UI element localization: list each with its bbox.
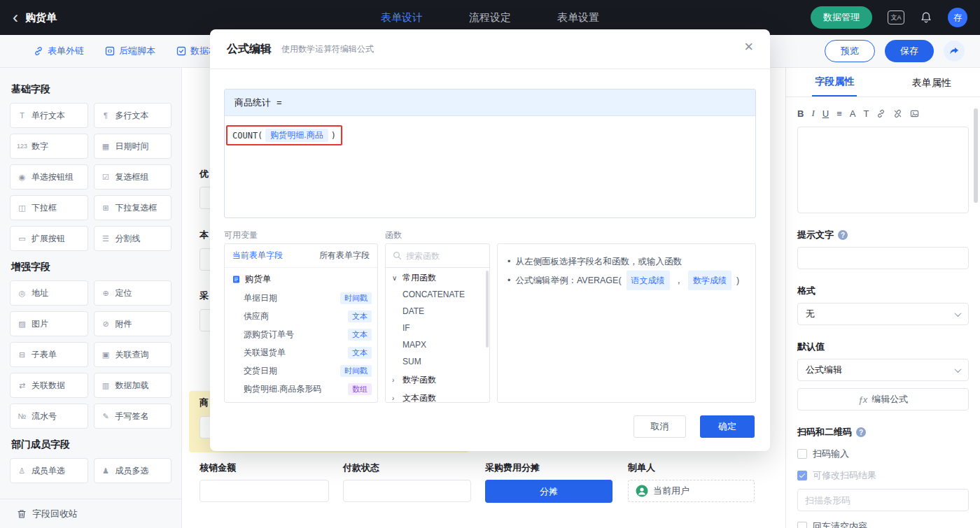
cancel-button[interactable]: 取消	[634, 415, 686, 438]
form-designer-app: ‹ 购货单 表单设计 流程设定 表单设置 数据管理 文A 存 表单外链 后端脚本	[0, 0, 980, 528]
scrollbar-thumb[interactable]	[974, 108, 978, 203]
variable-field-row[interactable]: 关联退货单文本	[225, 343, 377, 362]
field-btn-select[interactable]: ◫下拉框	[10, 195, 88, 220]
writeoff-amount-input[interactable]	[200, 480, 329, 502]
checkbox-label: 可修改扫码结果	[813, 469, 876, 482]
notification-bell-icon[interactable]	[920, 11, 932, 24]
field-btn-data-load[interactable]: ▥数据加载	[94, 373, 172, 398]
scan-barcode-input[interactable]	[797, 489, 969, 511]
back-icon[interactable]: ‹	[13, 10, 18, 24]
italic-icon[interactable]: I	[811, 108, 814, 119]
function-search[interactable]	[386, 244, 489, 268]
share-button[interactable]	[944, 41, 965, 62]
field-btn-location[interactable]: ⊕定位	[94, 280, 172, 306]
edit-formula-label: 编辑公式	[872, 393, 908, 406]
tab-field-properties[interactable]: 字段属性	[786, 68, 883, 97]
field-btn-divider[interactable]: ☰分割线	[94, 226, 172, 251]
field-btn-number[interactable]: 123数字	[10, 134, 88, 159]
format-value: 无	[806, 308, 815, 320]
field-btn-extend-button[interactable]: ▭扩展按钮	[10, 226, 88, 251]
properties-panel: 字段属性 表单属性 B I U ≡ A T 提示文字? 格式 无 默认值 公式编…	[785, 68, 980, 528]
formula-input-area[interactable]: 商品统计 = COUNT( 购货明细.商品 )	[224, 89, 756, 218]
function-item[interactable]: CONCATENATE	[386, 286, 489, 303]
field-btn-radio-group[interactable]: ◉单选按钮组	[10, 164, 88, 190]
allocate-button[interactable]: 分摊	[485, 480, 612, 503]
insert-link-icon[interactable]	[876, 109, 886, 118]
function-item[interactable]: MAPX	[386, 336, 489, 353]
data-manage-button[interactable]: 数据管理	[811, 6, 872, 29]
field-title-editor[interactable]	[797, 127, 969, 213]
edit-formula-button[interactable]: ƒx编辑公式	[797, 388, 969, 411]
field-btn-subform[interactable]: ⊟子表单	[10, 342, 88, 367]
function-group-text[interactable]: ›文本函数	[386, 390, 489, 403]
font-size-icon[interactable]: T	[863, 108, 869, 119]
field-btn-linked-query[interactable]: ▣关联查询	[94, 342, 172, 367]
field-btn-image[interactable]: ▨图片	[10, 311, 88, 336]
variable-field-row[interactable]: 供应商文本	[225, 307, 377, 325]
close-icon[interactable]: ×	[744, 39, 753, 55]
function-item[interactable]: IF	[386, 320, 489, 336]
tab-label: 表单属性	[909, 77, 954, 97]
field-btn-signature[interactable]: ✎手写签名	[94, 404, 172, 429]
underline-icon[interactable]: U	[822, 108, 829, 119]
function-group-common[interactable]: ∨常用函数	[386, 269, 489, 286]
variables-tree-root[interactable]: 购货单	[225, 269, 377, 289]
function-item[interactable]: DATE	[386, 303, 489, 320]
scan-input-checkbox[interactable]: 扫码输入	[797, 448, 969, 460]
field-btn-member-single[interactable]: ♙成员单选	[10, 458, 88, 483]
variable-field-row[interactable]: 购货明细.商品条形码数组	[225, 380, 377, 398]
align-icon[interactable]: ≡	[836, 108, 842, 119]
formula-field-tag[interactable]: 购货明细.商品	[265, 129, 328, 142]
function-search-input[interactable]	[406, 251, 476, 261]
field-btn-single-text[interactable]: T单行文本	[10, 103, 88, 128]
checkbox-label: 扫码输入	[813, 448, 849, 460]
payment-status-input[interactable]	[343, 480, 471, 502]
creator-current-user[interactable]: 当前用户	[628, 480, 755, 502]
variable-field-row[interactable]: 源购货订单号文本	[225, 325, 377, 343]
help-icon[interactable]: ?	[838, 230, 848, 240]
field-btn-attachment[interactable]: ⊘附件	[94, 311, 172, 336]
field-btn-datetime[interactable]: ▦日期时间	[94, 134, 172, 159]
backend-script-button[interactable]: 后端脚本	[105, 45, 155, 57]
field-btn-label: 多行文本	[115, 110, 149, 122]
help-icon[interactable]: ?	[856, 427, 866, 437]
avatar[interactable]: 存	[948, 8, 967, 27]
field-btn-address[interactable]: ◎地址	[10, 280, 88, 306]
variable-field-row[interactable]: 单据日期时间戳	[225, 289, 377, 307]
external-link-button[interactable]: 表单外链	[34, 45, 84, 57]
save-button[interactable]: 保存	[885, 40, 934, 62]
field-btn-multi-select[interactable]: ⊞下拉复选框	[94, 195, 172, 220]
enter-clear-checkbox[interactable]: 回车清空内容	[797, 520, 969, 528]
scrollbar-thumb[interactable]	[486, 271, 489, 348]
tab-form-design[interactable]: 表单设计	[381, 11, 423, 24]
field-recycle-bin[interactable]: 字段回收站	[0, 499, 181, 528]
bold-icon[interactable]: B	[797, 108, 804, 119]
field-btn-checkbox-group[interactable]: ☑复选框组	[94, 164, 172, 190]
tab-all-form-fields[interactable]: 所有表单字段	[319, 250, 370, 262]
function-group-math[interactable]: ›数学函数	[386, 371, 489, 388]
function-item[interactable]: SUM	[386, 353, 489, 370]
hint-text-input[interactable]	[797, 247, 969, 269]
field-btn-linked-data[interactable]: ⇄关联数据	[10, 373, 88, 398]
field-btn-member-multi[interactable]: ♟成员多选	[94, 458, 172, 483]
confirm-button[interactable]: 确定	[700, 415, 755, 438]
type-badge: 时间戳	[340, 365, 372, 377]
tab-form-properties[interactable]: 表单属性	[883, 68, 980, 97]
backend-script-label: 后端脚本	[119, 45, 155, 57]
font-color-icon[interactable]: A	[850, 108, 856, 119]
remove-link-icon[interactable]	[893, 109, 902, 118]
tab-form-settings[interactable]: 表单设置	[557, 11, 599, 24]
format-select[interactable]: 无	[797, 303, 969, 325]
scan-modify-checkbox[interactable]: 可修改扫码结果	[797, 469, 969, 482]
tab-process-settings[interactable]: 流程设定	[469, 11, 511, 24]
translate-icon[interactable]: 文A	[888, 10, 904, 24]
insert-image-icon[interactable]	[910, 109, 919, 118]
default-value-select[interactable]: 公式编辑	[797, 359, 969, 381]
field-btn-serial-number[interactable]: №流水号	[10, 404, 88, 429]
field-btn-multi-text[interactable]: ¶多行文本	[94, 103, 172, 128]
tab-current-form-fields[interactable]: 当前表单字段	[232, 250, 283, 262]
preview-button[interactable]: 预览	[825, 40, 875, 62]
function-group-label: 文本函数	[402, 392, 436, 404]
variable-field-row[interactable]: 交货日期时间戳	[225, 362, 377, 380]
address-icon: ◎	[17, 289, 27, 298]
